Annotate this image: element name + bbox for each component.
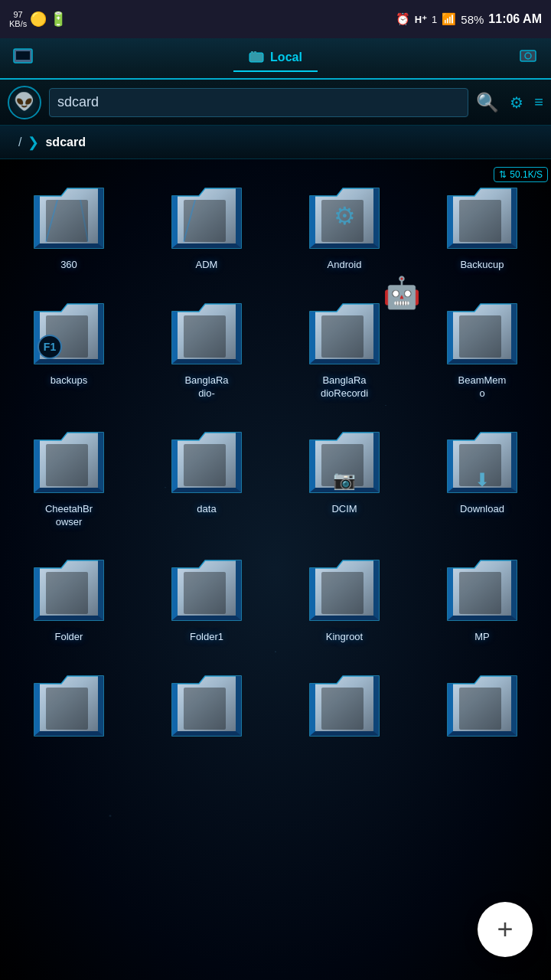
main-grid: ⇅ 50.1K/S 360 — [0, 159, 551, 980]
svg-rect-89 — [459, 572, 501, 614]
folder-label-banglaradio: BanglaRadio- — [184, 374, 228, 400]
address-bar: sdcard 🔍 ⚙ ≡ — [0, 80, 551, 126]
svg-marker-10 — [34, 243, 103, 248]
folder-beammemo[interactable]: BeamMemo — [413, 283, 551, 411]
status-right: ⏰ H⁺ 1 📶 58% 11:06 AM — [396, 12, 542, 26]
folder-label-beammemo: BeamMemo — [458, 374, 507, 400]
svg-marker-71 — [34, 568, 40, 620]
folder-extra-1[interactable] — [0, 655, 138, 757]
svg-rect-104 — [321, 688, 364, 730]
svg-marker-66 — [448, 440, 453, 492]
nav-left-icon — [12, 46, 34, 67]
f1-overlay: F1 — [37, 335, 62, 359]
breadcrumb-separator: ❯ — [28, 134, 39, 151]
folder-adm[interactable]: ADM — [138, 167, 276, 283]
notification-icon-yellow: 🟡 — [30, 11, 47, 28]
svg-marker-57 — [236, 433, 241, 492]
svg-rect-4 — [254, 51, 256, 54]
svg-marker-31 — [34, 312, 40, 364]
svg-marker-36 — [172, 312, 178, 364]
folder-backups[interactable]: F1 backups — [0, 283, 138, 411]
svg-rect-1 — [16, 51, 30, 60]
svg-rect-49 — [459, 315, 501, 358]
svg-marker-53 — [34, 488, 103, 492]
svg-marker-38 — [172, 359, 241, 364]
svg-marker-88 — [448, 616, 517, 620]
breadcrumb: / ❯ sdcard — [0, 126, 551, 159]
folder-label-backucup: Backucup — [460, 259, 504, 272]
svg-marker-83 — [310, 616, 379, 620]
svg-rect-39 — [184, 315, 226, 358]
camera-overlay-icon: 📷 — [333, 469, 356, 491]
speed-arrows-icon: ⇅ — [499, 169, 507, 180]
time-display: 11:06 AM — [488, 12, 542, 26]
svg-marker-16 — [236, 188, 241, 248]
folder-banglaradiorecordi[interactable]: 🤖 BanglaRadioRecordi — [276, 283, 413, 411]
svg-marker-82 — [373, 560, 379, 620]
signal-bars-icon: 📶 — [442, 12, 456, 26]
address-input[interactable]: sdcard — [49, 88, 468, 117]
android-mascot-icon: 🤖 — [383, 275, 421, 311]
svg-rect-29 — [459, 200, 501, 242]
svg-marker-92 — [98, 676, 103, 736]
svg-marker-28 — [448, 243, 517, 248]
fab-add-button[interactable]: + — [478, 902, 533, 957]
download-speed-badge: ⇅ 50.1K/S — [494, 167, 548, 182]
folder-backucup[interactable]: Backucup — [413, 167, 551, 283]
svg-marker-9 — [98, 188, 103, 248]
svg-marker-62 — [373, 433, 379, 492]
svg-marker-26 — [448, 196, 453, 248]
folder-download[interactable]: ⬇ Download — [413, 411, 551, 540]
top-nav: Local — [0, 38, 551, 80]
battery-percent: 58% — [461, 13, 484, 26]
folder-360[interactable]: 360 — [0, 167, 138, 283]
address-action-icons: 🔍 ⚙ ≡ — [476, 92, 543, 113]
svg-marker-8 — [34, 196, 40, 248]
network-h-icon: H⁺ — [415, 14, 427, 25]
folder-cheetahbrowser[interactable]: CheetahBrowser — [0, 411, 138, 540]
svg-rect-74 — [46, 572, 88, 614]
download-overlay-icon: ⬇ — [474, 469, 490, 491]
svg-marker-77 — [236, 560, 241, 620]
folder-data[interactable]: data — [138, 411, 276, 540]
folder-banglaradio[interactable]: BanglaRadio- — [138, 283, 276, 411]
svg-marker-33 — [34, 359, 103, 364]
svg-marker-87 — [511, 560, 517, 620]
alarm-icon: ⏰ — [396, 12, 410, 26]
svg-rect-44 — [321, 315, 364, 358]
folder-label-folder1: Folder1 — [190, 631, 223, 644]
tab-local[interactable]: Local — [233, 44, 318, 72]
folder-folder[interactable]: Folder — [0, 539, 138, 655]
folder-android[interactable]: ⚙ Android — [276, 167, 413, 283]
breadcrumb-root[interactable]: / — [12, 136, 28, 149]
speed-indicator: 97KB/s — [9, 10, 27, 28]
folder-kingroot[interactable]: Kingroot — [276, 539, 413, 655]
app-logo[interactable] — [8, 86, 41, 119]
sim-icon: 1 — [432, 14, 437, 25]
svg-marker-27 — [511, 188, 517, 248]
search-icon[interactable]: 🔍 — [476, 92, 499, 113]
svg-marker-108 — [448, 731, 517, 736]
folder-extra-4[interactable] — [413, 655, 551, 757]
folder-label-mp: MP — [474, 631, 490, 644]
svg-marker-47 — [511, 304, 517, 364]
svg-rect-59 — [184, 444, 226, 486]
folder-folder1[interactable]: Folder1 — [138, 539, 276, 655]
folder-mp[interactable]: MP — [413, 539, 551, 655]
svg-marker-22 — [373, 188, 379, 248]
svg-marker-51 — [34, 440, 40, 492]
svg-marker-97 — [236, 676, 241, 736]
filter-icon[interactable]: ⚙ — [510, 93, 523, 112]
svg-marker-101 — [310, 684, 315, 736]
breadcrumb-current: sdcard — [39, 136, 91, 149]
folder-extra-2[interactable] — [138, 655, 276, 757]
folder-label-android: Android — [328, 259, 362, 272]
folder-dcim[interactable]: 📷 DCIM — [276, 411, 413, 540]
svg-marker-58 — [172, 488, 241, 492]
speed-value: 50.1K/S — [510, 169, 543, 180]
svg-rect-109 — [459, 688, 501, 730]
folder-extra-3[interactable] — [276, 655, 413, 757]
svg-marker-86 — [448, 568, 453, 620]
folder-label-dcim: DCIM — [331, 503, 357, 516]
menu-icon[interactable]: ≡ — [534, 93, 543, 111]
